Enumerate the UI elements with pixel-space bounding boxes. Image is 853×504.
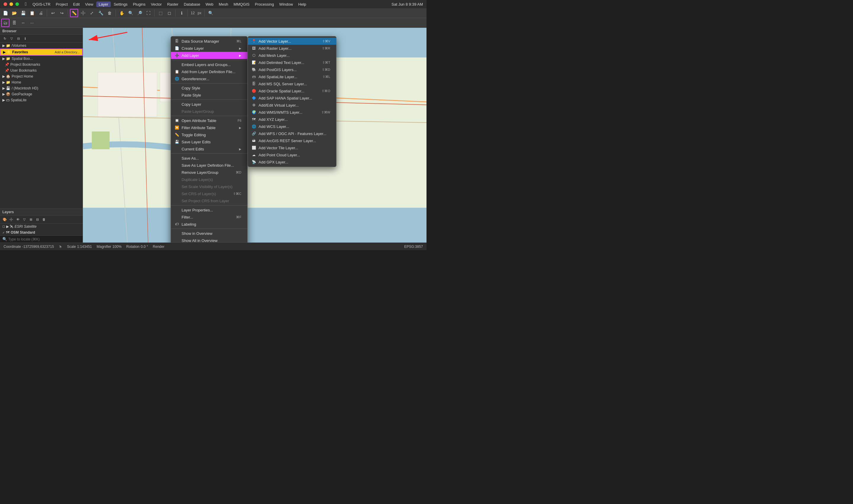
layer-checkbox-esri[interactable]: ☐	[2, 225, 5, 228]
menu-help[interactable]: Help	[296, 1, 308, 7]
menu-add-layer-def[interactable]: 📋 Add from Layer Definition File...	[171, 68, 247, 75]
menu-layer[interactable]: Layer	[96, 1, 111, 7]
submenu-add-xyz[interactable]: 🗺 Add XYZ Layer...	[248, 116, 336, 123]
browser-item-user-bookmarks[interactable]: 📌 User Bookmarks	[0, 68, 83, 73]
menu-filter[interactable]: Filter... ⌘F	[171, 214, 247, 221]
remove-layer-btn[interactable]: 🗑	[41, 216, 47, 222]
zoom-in-btn[interactable]: 🔍	[126, 9, 135, 17]
move-feature-btn[interactable]: ⤢	[88, 9, 96, 17]
menu-embed-layers[interactable]: Embed Layers and Groups...	[171, 61, 247, 68]
menu-save-as[interactable]: Save As...	[171, 155, 247, 162]
menu-show-all-overview[interactable]: Show All in Overview	[171, 237, 247, 242]
deselect-btn[interactable]: ◻	[165, 9, 174, 17]
menu-mesh[interactable]: Mesh	[216, 1, 231, 7]
minimize-button[interactable]	[10, 2, 13, 6]
menu-show-in-overview[interactable]: Show in Overview	[171, 230, 247, 237]
save-project-btn[interactable]: 💾	[19, 9, 27, 17]
menu-view[interactable]: View	[83, 1, 96, 7]
expand-all-btn[interactable]: ⊟	[34, 216, 40, 222]
menu-create-layer[interactable]: 📄 Create Layer ▶	[171, 45, 247, 52]
filter-layer-btn[interactable]: ▽	[21, 216, 27, 222]
submenu-add-wfs[interactable]: 🔗 Add WFS / OGC API - Features Layer...	[248, 130, 336, 137]
submenu-add-delimited-text[interactable]: 📝 Add Delimited Text Layer... ⇧⌘T	[248, 59, 336, 66]
browser-item-favorites[interactable]: ▶ ⭐ Favorites Add a Directory...	[0, 49, 83, 56]
menu-save-layer-edits[interactable]: 💾 Save Layer Edits	[171, 138, 247, 145]
zoom-full-btn[interactable]: ⛶	[144, 9, 153, 17]
browser-item-home[interactable]: ▶ 📁 Home	[0, 79, 83, 85]
menu-raster[interactable]: Raster	[165, 1, 181, 7]
submenu-add-point-cloud[interactable]: ☁ Add Point Cloud Layer...	[248, 151, 336, 158]
open-project-btn[interactable]: 📂	[10, 9, 18, 17]
submenu-add-wcs[interactable]: 🌐 Add WCS Layer...	[248, 123, 336, 130]
node-tool-btn[interactable]: 🔧	[96, 9, 105, 17]
menu-copy-style[interactable]: Copy Style	[171, 84, 247, 91]
redo-btn[interactable]: ↪	[58, 9, 66, 17]
menu-paste-style[interactable]: Paste Style	[171, 91, 247, 98]
menu-remove-layer[interactable]: Remove Layer/Group ⌘D	[171, 169, 247, 176]
layer-item-esri[interactable]: ☐ ▶ 🛰 ESRI Satellite	[0, 223, 83, 230]
datasource-btn[interactable]: 🗄	[10, 19, 18, 27]
submenu-add-gpx[interactable]: 📡 Add GPX Layer...	[248, 158, 336, 165]
submenu-add-spatialite[interactable]: 🗃 Add SpatiaLite Layer... ⇧⌘L	[248, 73, 336, 80]
menu-open-attr-table[interactable]: 🔲 Open Attribute Table F6	[171, 117, 247, 124]
layer-item-osm[interactable]: ✓ 🗺 OSM Standard	[0, 230, 83, 235]
add-directory-btn[interactable]: Add a Directory...	[55, 50, 80, 54]
menu-settings[interactable]: Settings	[111, 1, 130, 7]
menu-layer-properties[interactable]: Layer Properties...	[171, 206, 247, 214]
new-project-btn[interactable]: 📄	[1, 9, 10, 17]
menu-mmqgis[interactable]: MMQGIS	[231, 1, 252, 7]
submenu-add-raster[interactable]: 🖼 Add Raster Layer... ⇧⌘R	[248, 45, 336, 52]
delete-feature-btn[interactable]: 🗑	[105, 9, 114, 17]
browser-item-volumes[interactable]: ▶ 📁 /Volumes	[0, 43, 83, 49]
browser-item-project-home[interactable]: ▶ 🏠 Project Home	[0, 73, 83, 79]
submenu-add-wms[interactable]: 🌍 Add WMS/WMTS Layer... ⇧⌘W	[248, 109, 336, 116]
menu-project[interactable]: Project	[53, 1, 70, 7]
browser-item-spatialite[interactable]: ▶ 🗃 SpatiaLite	[0, 97, 83, 103]
submenu-add-mssql[interactable]: 🗄 Add MS SQL Server Layer...	[248, 80, 336, 87]
more-btn[interactable]: ···	[28, 19, 36, 27]
menu-filter-attr-table[interactable]: 🔽 Filter Attribute Table ▶	[171, 124, 247, 131]
menu-web[interactable]: Web	[203, 1, 216, 7]
menu-toggle-editing[interactable]: ✏️ Toggle Editing	[171, 131, 247, 138]
add-layer-btn[interactable]: ➕	[8, 216, 14, 222]
pan-btn[interactable]: ✋	[118, 9, 126, 17]
menu-database[interactable]: Database	[181, 1, 202, 7]
map-area[interactable]: 🗄 Data Source Manager ⌘L 📄 Create Layer …	[83, 28, 427, 242]
layer-props-btn[interactable]: 🗂	[1, 19, 10, 27]
menu-copy-layer[interactable]: Copy Layer	[171, 101, 247, 108]
print-layout-btn[interactable]: 🖨	[37, 9, 45, 17]
identify-btn[interactable]: ℹ	[177, 9, 186, 17]
menu-data-source-manager[interactable]: 🗄 Data Source Manager ⌘L	[171, 38, 247, 45]
digitize-btn[interactable]: ✏️	[70, 9, 78, 17]
browser-refresh-btn[interactable]: ↻	[2, 36, 8, 41]
submenu-add-mesh[interactable]: ⬡ Add Mesh Layer...	[248, 52, 336, 59]
browser-item-project-bookmarks[interactable]: 📌 Project Bookmarks	[0, 61, 83, 68]
menu-add-layer[interactable]: ➕ Add Layer ▶	[171, 52, 247, 59]
menu-georeferencer[interactable]: 🌐 Georeferencer...	[171, 75, 247, 82]
toggle-layer-visibility-btn[interactable]: 👁	[15, 216, 21, 222]
submenu-add-arcgis[interactable]: 🏔 Add ArcGIS REST Server Layer...	[248, 137, 336, 144]
submenu-add-postgis[interactable]: 🐘 Add PostGIS Layers... ⇧⌘D	[248, 66, 336, 73]
submenu-add-vector-tile[interactable]: ⬜ Add Vector Tile Layer...	[248, 144, 336, 151]
menu-qgis-ltr[interactable]: QGIS-LTR	[30, 1, 53, 7]
submenu-add-sap-hana[interactable]: 🔷 Add SAP HANA Spatial Layer...	[248, 94, 336, 102]
maximize-button[interactable]	[15, 2, 19, 6]
layer-menu-btn[interactable]: ⊞	[28, 216, 34, 222]
menu-edit[interactable]: Edit	[71, 1, 82, 7]
menu-plugins[interactable]: Plugins	[130, 1, 148, 7]
browser-item-macintosh[interactable]: ▶ 💾 / (Macintosh HD)	[0, 85, 83, 91]
search-btn[interactable]: 🔍	[207, 9, 215, 17]
select-btn[interactable]: ⬚	[156, 9, 165, 17]
browser-item-spatial[interactable]: ▶ 📁 Spatial Boo...	[0, 56, 83, 61]
menu-save-layer-def[interactable]: Save As Layer Definition File...	[171, 162, 247, 169]
browser-collapse-btn[interactable]: ⊟	[15, 36, 21, 41]
open-layer-styler-btn[interactable]: 🎨	[2, 216, 8, 222]
menu-processing[interactable]: Processing	[253, 1, 276, 7]
submenu-add-oracle[interactable]: 🔴 Add Oracle Spatial Layer... ⇧⌘O	[248, 87, 336, 94]
submenu-add-virtual[interactable]: ⚙ Add/Edit Virtual Layer...	[248, 102, 336, 109]
close-button[interactable]	[3, 2, 7, 6]
browser-filter-btn[interactable]: ▽	[8, 36, 15, 41]
toggle-btn[interactable]: ↔	[19, 19, 27, 27]
locate-input[interactable]	[8, 237, 80, 241]
menu-labeling[interactable]: 🏷 Labeling	[171, 221, 247, 228]
